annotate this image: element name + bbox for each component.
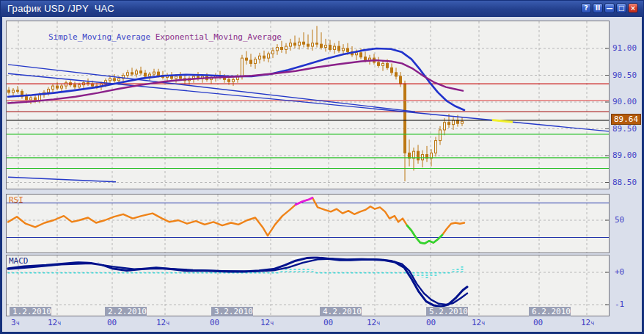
candle-body [127, 73, 129, 76]
window-content: Simple_Moving_Average Exponential_Moving… [2, 17, 642, 332]
candle-body [321, 44, 323, 47]
indicator-legend: Simple_Moving_Average Exponential_Moving… [10, 23, 282, 51]
macd-signal-line [8, 259, 467, 305]
time-label: 12ч [472, 319, 485, 328]
candle-body [52, 86, 54, 89]
title-bar[interactable]: График USD /JPY ЧАС ?II—□× [1, 1, 643, 16]
candle-body [422, 155, 424, 160]
candle-body [299, 42, 301, 45]
time-label: 12ч [367, 319, 380, 328]
pin-button[interactable]: II [593, 3, 603, 13]
main-chart-panel[interactable]: Simple_Moving_Average Exponential_Moving… [6, 21, 610, 189]
candle-body [153, 72, 155, 74]
time-label: 12ч [260, 319, 274, 328]
maximize-button[interactable]: □ [616, 3, 626, 13]
rsi-overbought-segment [296, 197, 312, 204]
candle-body [461, 121, 464, 123]
candle-body [175, 76, 178, 79]
ema-line [8, 60, 463, 103]
candle-body [347, 48, 349, 51]
macd-panel[interactable]: MACD [6, 255, 610, 316]
candle-body [435, 141, 437, 153]
trendline [8, 65, 415, 112]
candle-body [136, 71, 138, 74]
candle-body [8, 90, 10, 92]
candle-body [325, 46, 327, 48]
candle-body [56, 86, 59, 88]
candle-body [294, 43, 296, 46]
rsi-label: RSI [9, 195, 23, 205]
chart-window: График USD /JPY ЧАС ?II—□× Simple_Moving… [0, 0, 644, 334]
candle-body [334, 46, 336, 49]
candle-body [312, 43, 314, 46]
time-label: 00 [426, 319, 436, 327]
candle-body [26, 97, 28, 100]
price-tick-label: 90.50 [612, 71, 637, 80]
candle-body [365, 57, 367, 60]
candle-body [48, 89, 50, 92]
candle-body [453, 120, 455, 125]
candle-body [268, 54, 270, 58]
candle-body [307, 44, 310, 46]
candle-body [144, 73, 147, 76]
date-label: 2.2.2010 [105, 307, 147, 316]
candle-body [395, 73, 398, 76]
time-label: 12ч [48, 319, 61, 328]
candle-body [303, 42, 305, 44]
candle-body [448, 123, 450, 125]
help-button[interactable]: ? [581, 3, 591, 13]
candle-body [290, 43, 292, 46]
candle-body [404, 84, 406, 153]
candle-body [12, 90, 15, 92]
candle-body [457, 120, 459, 123]
candle-body [114, 79, 116, 81]
macd-axis-label-zero: +0 [615, 268, 624, 277]
candle-body [131, 73, 133, 74]
date-label: 6.2.2010 [529, 307, 571, 316]
candle-body [109, 79, 111, 81]
candle-body [118, 79, 120, 81]
price-tick-label: 90.00 [612, 98, 637, 106]
candle-body [285, 46, 288, 49]
candle-body [329, 46, 332, 50]
candle-body [413, 151, 415, 158]
candle-body [259, 56, 261, 59]
rsi-line [8, 197, 464, 243]
price-tick-label: 89.50 [612, 125, 637, 134]
macd-line [8, 258, 467, 307]
date-label: 4.2.2010 [320, 307, 362, 316]
close-button[interactable]: × [628, 3, 638, 13]
time-label: 00 [210, 319, 219, 327]
candle-body [228, 79, 230, 81]
candle-body [378, 62, 380, 65]
candle-body [338, 46, 340, 51]
candle-body [316, 43, 318, 44]
time-label: 12ч [581, 319, 594, 328]
candle-body [78, 85, 81, 87]
price-tick-label: 88.50 [612, 178, 637, 187]
minimize-button[interactable]: — [604, 3, 615, 13]
macd-label: MACD [9, 256, 29, 266]
window-title: График USD /JPY ЧАС [1, 3, 114, 14]
candle-body [241, 58, 244, 76]
time-label: 00 [107, 319, 117, 327]
candle-body [391, 68, 393, 73]
candle-body [65, 83, 67, 86]
candle-body [61, 86, 63, 88]
candle-body [246, 58, 248, 60]
candle-body [140, 71, 142, 73]
candle-body [387, 63, 389, 68]
rsi-panel[interactable]: RSI [6, 194, 610, 253]
candle-body [158, 72, 160, 75]
candle-body [180, 76, 182, 79]
candle-body [382, 63, 384, 65]
candle-body [417, 151, 420, 160]
candle-body [74, 85, 76, 87]
price-tick-label: 91.00 [612, 44, 637, 53]
current-price-badge: 89.64 [611, 114, 641, 125]
legend-ema: Exponential_Moving_Average [155, 32, 282, 42]
rsi-chart [7, 195, 609, 253]
date-label: 3.2.2010 [211, 307, 253, 316]
date-label: 1.2.2010 [10, 307, 51, 316]
candle-body [356, 53, 358, 55]
